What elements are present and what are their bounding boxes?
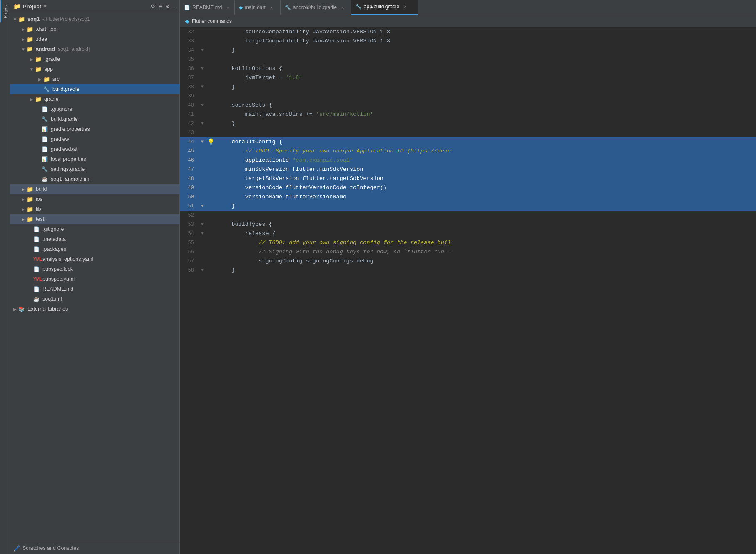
tree-item-dart-tool[interactable]: ▶ 📁 .dart_tool	[10, 24, 179, 34]
tree-label: gradlew	[51, 136, 69, 142]
tree-item-build-gradle-app[interactable]: 🔧 build.gradle	[10, 84, 179, 94]
collapse-icon[interactable]: ≡	[159, 3, 162, 10]
tab-app-build-gradle[interactable]: 🔧 app/build.gradle ×	[351, 0, 418, 15]
fold-gutter[interactable]: ▼	[198, 137, 206, 147]
fold-gutter	[198, 174, 206, 183]
fold-gutter[interactable]: ▼	[198, 64, 206, 73]
tree-item-src[interactable]: ▶ 📁 src	[10, 74, 179, 84]
fold-gutter[interactable]: ▼	[198, 82, 206, 92]
sidebar-panel: 📁 Project ▼ ⟳ ≡ ⚙ — ▼ 📁 soq1 ~/FlutterPr…	[10, 0, 180, 554]
tree-item-app[interactable]: ▼ 📁 app	[10, 64, 179, 74]
code-content: jvmTarget = '1.8'	[215, 73, 756, 82]
fold-gutter[interactable]: ▼	[198, 220, 206, 229]
line-number: 53	[180, 220, 198, 229]
tree-item-settings-gradle[interactable]: 🔧 settings.gradle	[10, 164, 179, 174]
tab-readme[interactable]: 📄 README.md ×	[180, 0, 235, 15]
line-number: 35	[180, 55, 198, 64]
folder-test-icon: 📁	[27, 216, 34, 222]
tree-item-soq1-root[interactable]: ▼ 📁 soq1 ~/FlutterProjects/soq1	[10, 14, 179, 24]
gradle-props-icon: 📊	[42, 126, 49, 132]
folder-icon: 📁	[27, 36, 34, 42]
tree-label: soq1_android.iml	[51, 176, 90, 182]
tree-item-idea[interactable]: ▶ 📁 .idea	[10, 34, 179, 44]
line-number: 32	[180, 27, 198, 37]
fold-gutter[interactable]: ▼	[198, 229, 206, 238]
tree-label-suffix: [soq1_android]	[57, 46, 90, 52]
tab-android-build-gradle[interactable]: 🔧 android/build.gradle ×	[281, 0, 351, 15]
code-editor[interactable]: 32 sourceCompatibility JavaVersion.VERSI…	[180, 27, 756, 554]
line-number: 48	[180, 174, 198, 183]
arrow-icon: ▶	[20, 27, 27, 32]
tab-close-icon[interactable]: ×	[403, 4, 407, 10]
tree-item-soq1-android-iml[interactable]: ☕ soq1_android.iml	[10, 174, 179, 184]
tree-item-analysis-options[interactable]: YML analysis_options.yaml	[10, 254, 179, 264]
code-content: versionName flutterVersionName	[215, 192, 756, 202]
bulb-gutter	[206, 37, 215, 46]
iml-icon: ☕	[42, 176, 49, 182]
tree-item-gradle-properties[interactable]: 📊 gradle.properties	[10, 124, 179, 134]
code-line-32: 32 sourceCompatibility JavaVersion.VERSI…	[180, 27, 756, 37]
scratches-icon: 🖊️	[13, 545, 20, 552]
bulb-gutter	[206, 119, 215, 128]
code-line-46: 46 applicationId "com.example.soq1"	[180, 156, 756, 165]
fold-gutter[interactable]: ▼	[198, 202, 206, 211]
tree-item-pubspec-lock[interactable]: 📄 pubspec.lock	[10, 264, 179, 274]
tree-item-local-properties[interactable]: 📊 local.properties	[10, 154, 179, 164]
arrow-icon: ▶	[37, 77, 43, 82]
tree-item-readme[interactable]: 📄 README.md	[10, 284, 179, 294]
tree-item-build-dir[interactable]: ▶ 📁 build	[10, 184, 179, 194]
tree-label: gradle.properties	[51, 126, 90, 132]
tree-item-gradle-sub[interactable]: ▶ 📁 .gradle	[10, 54, 179, 64]
vertical-tab-project[interactable]: Project	[0, 0, 10, 22]
settings-icon[interactable]: ⚙	[166, 3, 169, 10]
tree-item-android[interactable]: ▼ 📁 android [soq1_android]	[10, 44, 179, 54]
scratches-and-consoles-item[interactable]: 🖊️ Scratches and Consoles	[10, 542, 179, 554]
tree-item-external-libraries[interactable]: ▶ 📚 External Libraries	[10, 304, 179, 314]
line-number	[180, 275, 198, 284]
fold-gutter[interactable]: ▼	[198, 46, 206, 55]
file-icon: 📄	[33, 236, 41, 242]
bulb-gutter[interactable]: 💡	[206, 137, 215, 147]
arrow-icon: ▼	[28, 67, 35, 72]
tree-item-gitignore-root[interactable]: 📄 .gitignore	[10, 224, 179, 234]
sync-icon[interactable]: ⟳	[151, 3, 156, 10]
scratches-label: Scratches and Consoles	[22, 545, 79, 551]
tab-main-dart[interactable]: ◆ main.dart ×	[235, 0, 281, 15]
sidebar-header-left: 📁 Project ▼	[13, 3, 47, 10]
tree-item-gradlew[interactable]: 📄 gradlew	[10, 134, 179, 144]
tree-item-soq1-iml[interactable]: ☕ soq1.iml	[10, 294, 179, 304]
tree-item-gitignore-android[interactable]: 📄 .gitignore	[10, 104, 179, 114]
code-line-55: 55 // TODO: Add your own signing config …	[180, 238, 756, 247]
tree-item-test[interactable]: ▶ 📁 test	[10, 214, 179, 224]
tree-item-packages[interactable]: 📄 .packages	[10, 244, 179, 254]
code-content: }	[215, 266, 756, 275]
tree-item-metadata[interactable]: 📄 .metadata	[10, 234, 179, 244]
folder-icon: 📁	[18, 16, 26, 22]
tree-label: .idea	[36, 36, 47, 42]
chevron-down-icon[interactable]: ▼	[44, 4, 47, 9]
tree-item-pubspec-yaml[interactable]: YML pubspec.yaml	[10, 274, 179, 284]
tree-item-gradle-dir[interactable]: ▶ 📁 gradle	[10, 94, 179, 104]
tab-close-icon[interactable]: ×	[226, 5, 230, 10]
fold-gutter[interactable]: ▼	[198, 119, 206, 128]
tree-label: android	[36, 46, 55, 52]
code-content: applicationId "com.example.soq1"	[215, 156, 756, 165]
fold-gutter	[198, 37, 206, 46]
line-number: 36	[180, 64, 198, 73]
fold-gutter[interactable]: ▼	[198, 266, 206, 275]
tree-item-gradlew-bat[interactable]: 📄 gradlew.bat	[10, 144, 179, 154]
tab-label: main.dart	[245, 5, 266, 10]
tab-close-icon[interactable]: ×	[269, 5, 274, 10]
code-line-58: 58 ▼ }	[180, 266, 756, 275]
bulb-gutter	[206, 82, 215, 92]
tree-item-lib[interactable]: ▶ 📁 lib	[10, 204, 179, 214]
tree-label: External Libraries	[27, 306, 68, 312]
code-line-53: 53 ▼ buildTypes {	[180, 220, 756, 229]
file-icon: 📄	[33, 246, 41, 252]
fold-gutter[interactable]: ▼	[198, 101, 206, 110]
tree-label: settings.gradle	[51, 166, 85, 172]
tree-item-ios[interactable]: ▶ 📁 ios	[10, 194, 179, 204]
tab-close-icon[interactable]: ×	[341, 5, 345, 10]
close-icon[interactable]: —	[173, 3, 176, 10]
tree-item-build-gradle-root[interactable]: 🔧 build.gradle	[10, 114, 179, 124]
